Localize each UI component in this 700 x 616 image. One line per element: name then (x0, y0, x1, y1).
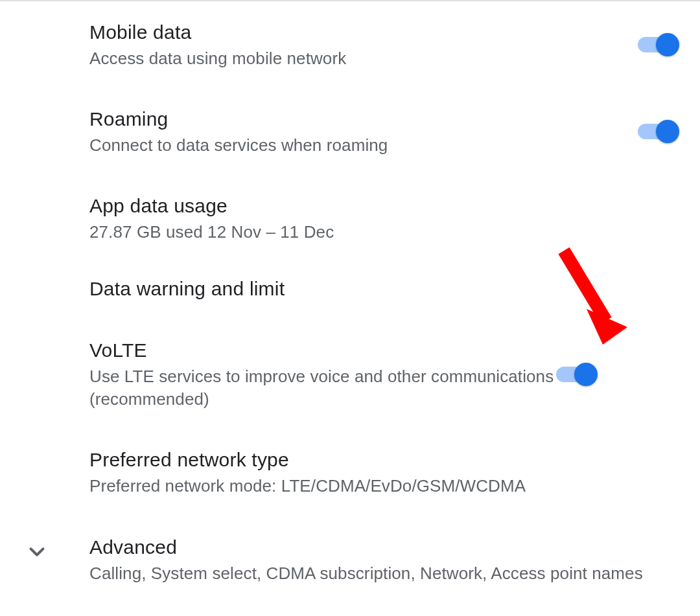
setting-subtitle: Preferred network mode: LTE/CDMA/EvDo/GS… (89, 475, 675, 497)
chevron-down-icon (25, 540, 49, 567)
setting-text-block: Mobile data Access data using mobile net… (89, 19, 638, 70)
setting-title: Preferred network type (89, 447, 675, 472)
setting-subtitle: Access data using mobile network (89, 47, 638, 70)
volte-toggle[interactable] (556, 367, 594, 382)
setting-advanced[interactable]: Advanced Calling, System select, CDMA su… (25, 534, 675, 604)
setting-subtitle: Connect to data services when roaming (89, 134, 638, 157)
toggle-thumb (656, 120, 679, 143)
setting-title: App data usage (89, 193, 675, 218)
setting-text-block: VoLTE Use LTE services to improve voice … (89, 337, 556, 411)
setting-roaming[interactable]: Roaming Connect to data services when ro… (25, 106, 675, 193)
setting-mobile-data[interactable]: Mobile data Access data using mobile net… (25, 19, 675, 106)
setting-text-block: Data warning and limit (89, 276, 675, 301)
roaming-toggle[interactable] (638, 124, 675, 139)
setting-text-block: Preferred network type Preferred network… (89, 447, 675, 497)
setting-subtitle: 27.87 GB used 12 Nov – 11 Dec (89, 221, 675, 244)
setting-title: Roaming (89, 106, 638, 131)
setting-text-block: App data usage 27.87 GB used 12 Nov – 11… (89, 193, 675, 244)
mobile-data-toggle[interactable] (638, 37, 675, 52)
toggle-thumb (656, 33, 679, 56)
setting-title: Data warning and limit (89, 276, 675, 301)
setting-title: VoLTE (89, 337, 556, 363)
settings-list: Mobile data Access data using mobile net… (0, 1, 700, 604)
setting-volte[interactable]: VoLTE Use LTE services to improve voice … (25, 337, 675, 447)
setting-data-warning-limit[interactable]: Data warning and limit (25, 276, 675, 337)
setting-subtitle: Use LTE services to improve voice and ot… (89, 365, 556, 411)
setting-text-block: Advanced Calling, System select, CDMA su… (89, 534, 675, 585)
setting-title: Mobile data (89, 19, 638, 45)
setting-preferred-network-type[interactable]: Preferred network type Preferred network… (25, 447, 675, 534)
toggle-thumb (574, 363, 598, 386)
setting-subtitle: Calling, System select, CDMA subscriptio… (89, 562, 675, 585)
setting-app-data-usage[interactable]: App data usage 27.87 GB used 12 Nov – 11… (25, 193, 675, 276)
setting-title: Advanced (89, 534, 675, 560)
setting-text-block: Roaming Connect to data services when ro… (89, 106, 638, 157)
